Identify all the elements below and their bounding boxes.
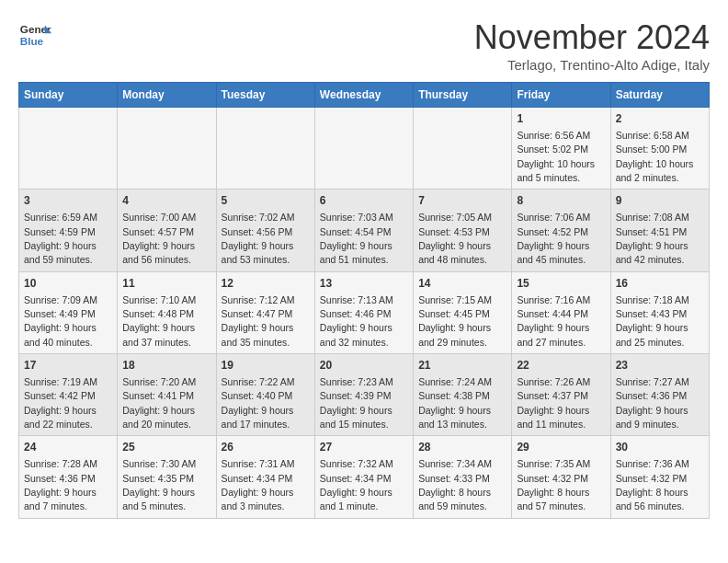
day-info: Sunrise: 7:24 AMSunset: 4:38 PMDaylight:… [418,376,492,430]
day-cell [19,108,118,190]
day-number: 29 [517,440,605,455]
logo-icon: General Blue [18,18,51,52]
day-number: 8 [517,193,605,209]
day-cell: 2Sunrise: 6:58 AMSunset: 5:00 PMDaylight… [610,108,709,190]
day-info: Sunrise: 7:32 AMSunset: 4:34 PMDaylight:… [320,458,393,511]
day-number: 7 [418,193,506,209]
day-number: 1 [517,111,605,127]
day-info: Sunrise: 7:30 AMSunset: 4:35 PMDaylight:… [122,458,196,511]
calendar-table: SundayMondayTuesdayWednesdayThursdayFrid… [18,82,710,519]
weekday-header-row: SundayMondayTuesdayWednesdayThursdayFrid… [19,83,710,108]
day-info: Sunrise: 7:27 AMSunset: 4:36 PMDaylight:… [616,376,689,430]
day-number: 24 [24,440,112,455]
week-row-2: 3Sunrise: 6:59 AMSunset: 4:59 PMDaylight… [19,190,710,271]
title-area: November 2024 Terlago, Trentino-Alto Adi… [474,18,710,73]
weekday-header-wednesday: Wednesday [314,83,413,108]
day-cell: 25Sunrise: 7:30 AMSunset: 4:35 PMDayligh… [118,436,216,518]
svg-text:Blue: Blue [20,35,44,47]
day-number: 5 [222,193,310,209]
day-cell: 15Sunrise: 7:16 AMSunset: 4:44 PMDayligh… [512,271,610,353]
day-info: Sunrise: 7:35 AMSunset: 4:32 PMDaylight:… [517,458,590,511]
weekday-header-thursday: Thursday [414,83,512,108]
day-number: 18 [122,358,210,373]
day-info: Sunrise: 7:20 AMSunset: 4:41 PMDaylight:… [122,376,196,430]
day-info: Sunrise: 7:26 AMSunset: 4:37 PMDaylight:… [517,376,590,430]
day-number: 13 [320,276,408,292]
day-info: Sunrise: 7:34 AMSunset: 4:33 PMDaylight:… [418,458,492,511]
day-cell: 27Sunrise: 7:32 AMSunset: 4:34 PMDayligh… [314,436,413,518]
day-info: Sunrise: 7:09 AMSunset: 4:49 PMDaylight:… [24,294,97,348]
day-number: 6 [320,193,408,209]
day-info: Sunrise: 6:58 AMSunset: 5:00 PMDaylight:… [616,130,694,183]
day-number: 20 [320,358,408,373]
day-cell: 4Sunrise: 7:00 AMSunset: 4:57 PMDaylight… [118,190,216,271]
day-cell: 16Sunrise: 7:18 AMSunset: 4:43 PMDayligh… [610,271,709,353]
day-cell: 10Sunrise: 7:09 AMSunset: 4:49 PMDayligh… [19,271,118,353]
day-info: Sunrise: 7:03 AMSunset: 4:54 PMDaylight:… [320,212,393,265]
day-info: Sunrise: 7:16 AMSunset: 4:44 PMDaylight:… [517,294,590,348]
day-info: Sunrise: 6:59 AMSunset: 4:59 PMDaylight:… [24,212,97,265]
day-number: 16 [616,276,704,292]
day-cell: 9Sunrise: 7:08 AMSunset: 4:51 PMDaylight… [610,190,709,271]
day-cell: 20Sunrise: 7:23 AMSunset: 4:39 PMDayligh… [314,354,413,436]
weekday-header-sunday: Sunday [19,83,118,108]
day-number: 21 [418,358,506,373]
day-cell: 3Sunrise: 6:59 AMSunset: 4:59 PMDaylight… [19,190,118,271]
day-info: Sunrise: 7:18 AMSunset: 4:43 PMDaylight:… [616,294,689,348]
week-row-5: 24Sunrise: 7:28 AMSunset: 4:36 PMDayligh… [19,436,710,518]
day-cell: 5Sunrise: 7:02 AMSunset: 4:56 PMDaylight… [216,190,314,271]
logo: General Blue [18,18,51,52]
day-info: Sunrise: 7:08 AMSunset: 4:51 PMDaylight:… [616,212,689,265]
day-cell: 17Sunrise: 7:19 AMSunset: 4:42 PMDayligh… [19,354,118,436]
day-info: Sunrise: 7:28 AMSunset: 4:36 PMDaylight:… [24,458,97,511]
day-number: 25 [122,440,210,455]
day-number: 19 [222,358,310,373]
week-row-1: 1Sunrise: 6:56 AMSunset: 5:02 PMDaylight… [19,108,710,190]
day-info: Sunrise: 7:12 AMSunset: 4:47 PMDaylight:… [222,294,295,348]
day-number: 28 [418,440,506,455]
day-cell: 7Sunrise: 7:05 AMSunset: 4:53 PMDaylight… [414,190,512,271]
day-number: 27 [320,440,408,455]
day-cell: 30Sunrise: 7:36 AMSunset: 4:32 PMDayligh… [610,436,709,518]
day-info: Sunrise: 7:36 AMSunset: 4:32 PMDaylight:… [616,458,689,511]
day-number: 15 [517,276,605,292]
week-row-3: 10Sunrise: 7:09 AMSunset: 4:49 PMDayligh… [19,271,710,353]
day-cell: 8Sunrise: 7:06 AMSunset: 4:52 PMDaylight… [512,190,610,271]
day-number: 9 [616,193,704,209]
day-cell: 1Sunrise: 6:56 AMSunset: 5:02 PMDaylight… [512,108,610,190]
weekday-header-saturday: Saturday [610,83,709,108]
day-number: 26 [222,440,310,455]
day-info: Sunrise: 7:22 AMSunset: 4:40 PMDaylight:… [222,376,295,430]
day-cell: 14Sunrise: 7:15 AMSunset: 4:45 PMDayligh… [414,271,512,353]
day-number: 3 [24,193,112,209]
weekday-header-tuesday: Tuesday [216,83,314,108]
day-cell: 13Sunrise: 7:13 AMSunset: 4:46 PMDayligh… [314,271,413,353]
day-cell: 18Sunrise: 7:20 AMSunset: 4:41 PMDayligh… [118,354,216,436]
day-cell [216,108,314,190]
day-info: Sunrise: 6:56 AMSunset: 5:02 PMDaylight:… [517,130,595,183]
day-number: 17 [24,358,112,373]
day-info: Sunrise: 7:06 AMSunset: 4:52 PMDaylight:… [517,212,590,265]
day-info: Sunrise: 7:05 AMSunset: 4:53 PMDaylight:… [418,212,492,265]
day-cell: 6Sunrise: 7:03 AMSunset: 4:54 PMDaylight… [314,190,413,271]
day-number: 23 [616,358,704,373]
day-cell: 23Sunrise: 7:27 AMSunset: 4:36 PMDayligh… [610,354,709,436]
day-info: Sunrise: 7:13 AMSunset: 4:46 PMDaylight:… [320,294,393,348]
day-number: 14 [418,276,506,292]
day-number: 12 [222,276,310,292]
day-cell: 26Sunrise: 7:31 AMSunset: 4:34 PMDayligh… [216,436,314,518]
day-number: 2 [616,111,704,127]
month-title: November 2024 [474,18,710,57]
day-cell: 21Sunrise: 7:24 AMSunset: 4:38 PMDayligh… [414,354,512,436]
day-cell: 11Sunrise: 7:10 AMSunset: 4:48 PMDayligh… [118,271,216,353]
day-cell [414,108,512,190]
day-info: Sunrise: 7:19 AMSunset: 4:42 PMDaylight:… [24,376,97,430]
day-cell: 22Sunrise: 7:26 AMSunset: 4:37 PMDayligh… [512,354,610,436]
day-info: Sunrise: 7:10 AMSunset: 4:48 PMDaylight:… [122,294,196,348]
week-row-4: 17Sunrise: 7:19 AMSunset: 4:42 PMDayligh… [19,354,710,436]
location-subtitle: Terlago, Trentino-Alto Adige, Italy [474,57,710,73]
day-number: 4 [122,193,210,209]
day-number: 22 [517,358,605,373]
day-info: Sunrise: 7:02 AMSunset: 4:56 PMDaylight:… [222,212,295,265]
day-info: Sunrise: 7:23 AMSunset: 4:39 PMDaylight:… [320,376,393,430]
